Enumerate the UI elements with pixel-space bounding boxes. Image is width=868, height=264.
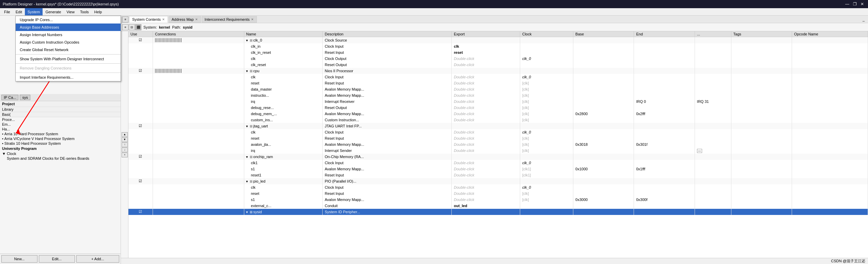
export-clkreset[interactable]: Double-click: [452, 62, 520, 68]
clock-expand-icon[interactable]: ▼: [2, 152, 6, 156]
col-name[interactable]: Name: [244, 31, 323, 37]
col-export[interactable]: Export: [452, 31, 520, 37]
export-cpu-dr[interactable]: Double-click: [452, 105, 520, 111]
export-cpu-instr[interactable]: Double-click: [452, 92, 520, 98]
col-clock[interactable]: Clock: [520, 31, 573, 37]
export-onchip-reset1[interactable]: Double-click: [452, 172, 520, 178]
col-ellipsis[interactable]: ...: [695, 31, 731, 37]
add-button[interactable]: + Add...: [76, 255, 120, 263]
expand-pio[interactable]: ▼: [246, 180, 249, 183]
name-cpu[interactable]: ▼ ⊞ cpu: [244, 68, 323, 74]
check-clk0[interactable]: ☑: [139, 38, 142, 42]
export-pio-clk[interactable]: Double-click: [452, 184, 520, 190]
tab-interconnect-close[interactable]: ✕: [251, 18, 254, 21]
tab-interconnect[interactable]: Interconnect Requirements ✕: [202, 16, 257, 23]
export-cpu-ci[interactable]: Double-click: [452, 117, 520, 123]
col-opcode[interactable]: Opcode Name: [792, 31, 868, 37]
check-onchip[interactable]: ☑: [139, 154, 142, 158]
menu-show-system[interactable]: Show System With Platform Designer Inter…: [16, 55, 121, 63]
col-end[interactable]: End: [634, 31, 695, 37]
close-button[interactable]: ✕: [859, 1, 865, 7]
export-clkin[interactable]: clk: [452, 43, 520, 49]
col-tags[interactable]: Tags: [731, 31, 792, 37]
expand-sysid[interactable]: ▼: [246, 211, 249, 214]
check-pio[interactable]: ☑: [139, 179, 142, 183]
export-onchip-s1[interactable]: Double-click: [452, 166, 520, 172]
menu-edit[interactable]: Edit: [13, 8, 25, 15]
menu-help[interactable]: Help: [92, 8, 105, 15]
filter-button[interactable]: ≡: [122, 24, 128, 30]
desc-cpu-irq: Interrupt Receiver: [323, 98, 452, 105]
name-onchip[interactable]: ▼ ⊞ onchip_ram: [244, 154, 323, 160]
tab-system-contents-close[interactable]: ✕: [162, 18, 165, 21]
menu-view[interactable]: View: [64, 8, 77, 15]
export-jtag-av[interactable]: Double-click: [452, 141, 520, 147]
menu-assign-custom[interactable]: Assign Custom Instruction Opcodes: [16, 38, 121, 46]
name-jtag[interactable]: ▼ ⊞ jtag_uart: [244, 123, 323, 129]
menu-generate[interactable]: Generate: [43, 8, 64, 15]
menu-assign-interrupt[interactable]: Assign Interrupt Numbers: [16, 31, 121, 38]
export-jtag-irq[interactable]: Double-click: [452, 147, 520, 154]
export-pio-s1[interactable]: Double-click: [452, 197, 520, 203]
name-sysid[interactable]: ▼ ⊞ sysid: [244, 209, 323, 215]
col-connections[interactable]: Connections: [153, 31, 244, 37]
check-cpu[interactable]: ☑: [139, 68, 142, 73]
edit-button[interactable]: Edit...: [39, 255, 75, 263]
arriav-item[interactable]: •Arria V/Cyclone V Hard Processor System: [0, 136, 121, 141]
export-cpu-irq[interactable]: Double-click: [452, 98, 520, 105]
path-value: sysid: [183, 25, 192, 29]
panel-minimize-button[interactable]: _: [861, 16, 867, 22]
col-base[interactable]: Base: [573, 31, 634, 37]
menu-create-global-reset[interactable]: Create Global Reset Network: [16, 46, 121, 53]
menu-import-interface[interactable]: Import Interface Requirements...: [16, 74, 121, 81]
export-cpu-clk[interactable]: Double-click: [452, 74, 520, 80]
export-pio-ext[interactable]: out_led: [452, 203, 520, 209]
expand-button[interactable]: ⬛: [135, 24, 141, 30]
nav-add-button[interactable]: +: [122, 153, 128, 157]
export-cpu-dm[interactable]: Double-click: [452, 86, 520, 92]
name-pio[interactable]: ▼ ⊞ pio_led: [244, 178, 323, 184]
expand-jtag[interactable]: ▼: [246, 125, 249, 128]
check-jtag[interactable]: ☑: [139, 124, 142, 128]
minimize-button[interactable]: —: [844, 1, 850, 7]
export-cpu-reset[interactable]: Double-click: [452, 80, 520, 86]
col-use[interactable]: Use: [128, 31, 153, 37]
expand-onchip[interactable]: ▼: [246, 155, 249, 159]
export-jtag-clk[interactable]: Double-click: [452, 129, 520, 135]
arria10-item[interactable]: •Arria 10 Hard Processor System: [0, 131, 121, 136]
export-cpu-dbgmem[interactable]: Double-click: [452, 111, 520, 117]
export-clk[interactable]: Double-click: [452, 56, 520, 62]
name-clk0[interactable]: ▼ ⊞ clk_0: [244, 37, 323, 43]
nav-down-button[interactable]: ▼: [122, 137, 128, 142]
check-sysid[interactable]: ☑: [139, 209, 142, 214]
menu-tools[interactable]: Tools: [77, 8, 92, 15]
nav-up-button[interactable]: ▲: [122, 132, 128, 137]
expand-cpu[interactable]: ▼: [246, 69, 249, 73]
nav-up-sm-button[interactable]: ↑: [122, 142, 128, 147]
expand-clk0[interactable]: ▼: [246, 39, 249, 42]
desc-clkreset: Reset Output: [323, 62, 452, 68]
col-description[interactable]: Description: [323, 31, 452, 37]
tab-system-contents[interactable]: System Contents ✕: [129, 16, 168, 23]
table-row: reset Reset Input Double-click [clk]: [128, 190, 868, 197]
menu-assign-base[interactable]: Assign Base Addresses: [16, 24, 121, 31]
tab-menu-button[interactable]: ≡: [122, 16, 128, 22]
sys-tab[interactable]: sys: [20, 95, 30, 100]
name-cpu-instr: instructio...: [244, 92, 323, 98]
stratix10-item[interactable]: •Stratix 10 Hard Processor System: [0, 141, 121, 146]
new-button[interactable]: New...: [1, 255, 37, 263]
tab-address-map[interactable]: Address Map ✕: [169, 16, 201, 23]
sdram-clock-item[interactable]: System and SDRAM Clocks for DE-series Bo…: [0, 156, 121, 161]
export-clkinreset[interactable]: reset: [452, 49, 520, 56]
collapse-button[interactable]: ⊟: [129, 24, 135, 30]
nav-down-sm-button[interactable]: ↓: [122, 147, 128, 152]
menu-file[interactable]: File: [1, 8, 13, 15]
ip-catalog-tab[interactable]: IP Ca...: [1, 95, 18, 100]
export-jtag-reset[interactable]: Double-click: [452, 135, 520, 141]
export-pio-reset[interactable]: Double-click: [452, 190, 520, 197]
menu-upgrade-ip[interactable]: Upgrade IP Cores...: [16, 16, 121, 24]
tab-address-map-close[interactable]: ✕: [195, 18, 198, 21]
menu-system[interactable]: System: [25, 8, 43, 15]
export-onchip-clk1[interactable]: Double-click: [452, 160, 520, 166]
restore-button[interactable]: ❐: [852, 1, 858, 7]
